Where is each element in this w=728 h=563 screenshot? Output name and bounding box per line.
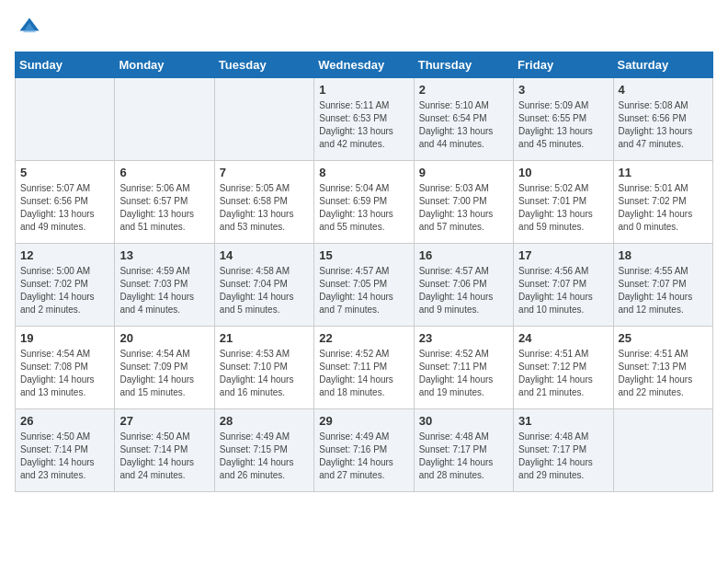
sunset-text: Sunset: 7:09 PM (119, 361, 209, 373)
daylight-text: Daylight: 14 hours and 5 minutes. (220, 291, 309, 316)
sunrise-text: Sunrise: 4:51 AM (619, 348, 708, 361)
day-number: 6 (119, 166, 209, 179)
day-info: Sunrise: 5:00 AMSunset: 7:02 PMDaylight:… (20, 265, 109, 316)
sunset-text: Sunset: 7:05 PM (319, 278, 408, 291)
header-tuesday: Tuesday (214, 52, 313, 78)
day-info: Sunrise: 5:01 AMSunset: 7:02 PMDaylight:… (619, 182, 708, 234)
day-info: Sunrise: 5:04 AMSunset: 6:59 PMDaylight:… (319, 182, 408, 234)
day-number: 19 (20, 331, 109, 345)
sunrise-text: Sunrise: 4:57 AM (419, 265, 508, 278)
daylight-text: Daylight: 14 hours and 10 minutes. (518, 291, 608, 316)
day-number: 1 (319, 83, 408, 97)
logo-icon (17, 15, 42, 40)
daylight-text: Daylight: 13 hours and 42 minutes. (319, 125, 408, 151)
sunrise-text: Sunrise: 4:59 AM (119, 265, 209, 278)
sunset-text: Sunset: 6:56 PM (619, 112, 708, 125)
sunset-text: Sunset: 7:17 PM (419, 443, 508, 456)
day-number: 22 (319, 331, 408, 345)
sunset-text: Sunset: 7:14 PM (20, 443, 109, 456)
sunrise-text: Sunrise: 4:49 AM (220, 431, 309, 443)
day-info: Sunrise: 5:06 AMSunset: 6:57 PMDaylight:… (119, 182, 209, 234)
day-number: 3 (518, 83, 608, 97)
sunset-text: Sunset: 6:58 PM (220, 195, 309, 208)
day-info: Sunrise: 4:58 AMSunset: 7:04 PMDaylight:… (220, 265, 309, 316)
sunrise-text: Sunrise: 5:04 AM (319, 182, 408, 195)
sunset-text: Sunset: 7:03 PM (119, 278, 209, 291)
daylight-text: Daylight: 14 hours and 28 minutes. (419, 456, 508, 482)
calendar-cell: 23Sunrise: 4:52 AMSunset: 7:11 PMDayligh… (414, 327, 513, 409)
day-number: 29 (319, 414, 408, 428)
daylight-text: Daylight: 14 hours and 18 minutes. (319, 373, 408, 399)
day-info: Sunrise: 4:52 AMSunset: 7:11 PMDaylight:… (419, 348, 508, 399)
header-friday: Friday (514, 52, 613, 78)
day-number: 25 (619, 331, 708, 345)
day-info: Sunrise: 4:54 AMSunset: 7:08 PMDaylight:… (20, 348, 109, 399)
calendar-table: SundayMondayTuesdayWednesdayThursdayFrid… (15, 52, 713, 492)
sunrise-text: Sunrise: 5:10 AM (419, 99, 508, 112)
header-wednesday: Wednesday (314, 52, 414, 78)
daylight-text: Daylight: 14 hours and 9 minutes. (419, 291, 508, 316)
day-number: 8 (319, 166, 408, 179)
sunset-text: Sunset: 7:07 PM (619, 278, 708, 291)
day-info: Sunrise: 4:48 AMSunset: 7:17 PMDaylight:… (518, 431, 608, 482)
day-number: 9 (419, 166, 508, 179)
sunset-text: Sunset: 6:56 PM (20, 195, 109, 208)
daylight-text: Daylight: 13 hours and 53 minutes. (220, 208, 309, 234)
sunset-text: Sunset: 7:11 PM (419, 361, 508, 373)
daylight-text: Daylight: 13 hours and 51 minutes. (119, 208, 209, 234)
calendar-cell: 21Sunrise: 4:53 AMSunset: 7:10 PMDayligh… (214, 327, 313, 409)
calendar-week-row: 12Sunrise: 5:00 AMSunset: 7:02 PMDayligh… (16, 244, 713, 327)
sunrise-text: Sunrise: 4:51 AM (518, 348, 608, 361)
daylight-text: Daylight: 14 hours and 22 minutes. (619, 373, 708, 399)
sunset-text: Sunset: 6:53 PM (319, 112, 408, 125)
sunrise-text: Sunrise: 4:53 AM (220, 348, 309, 361)
daylight-text: Daylight: 14 hours and 12 minutes. (619, 291, 708, 316)
day-number: 24 (518, 331, 608, 345)
sunset-text: Sunset: 7:15 PM (220, 443, 309, 456)
calendar-cell: 9Sunrise: 5:03 AMSunset: 7:00 PMDaylight… (414, 161, 513, 244)
day-info: Sunrise: 4:57 AMSunset: 7:05 PMDaylight:… (319, 265, 408, 316)
calendar-cell: 13Sunrise: 4:59 AMSunset: 7:03 PMDayligh… (115, 244, 214, 327)
day-number: 14 (220, 248, 309, 262)
day-number: 23 (419, 331, 508, 345)
calendar-cell (214, 78, 313, 161)
day-number: 16 (419, 248, 508, 262)
sunset-text: Sunset: 7:00 PM (419, 195, 508, 208)
sunset-text: Sunset: 7:08 PM (20, 361, 109, 373)
day-info: Sunrise: 5:03 AMSunset: 7:00 PMDaylight:… (419, 182, 508, 234)
sunrise-text: Sunrise: 4:58 AM (220, 265, 309, 278)
daylight-text: Daylight: 14 hours and 7 minutes. (319, 291, 408, 316)
day-number: 11 (619, 166, 708, 179)
daylight-text: Daylight: 13 hours and 49 minutes. (20, 208, 109, 234)
day-info: Sunrise: 4:50 AMSunset: 7:14 PMDaylight:… (119, 431, 209, 482)
daylight-text: Daylight: 14 hours and 15 minutes. (119, 373, 209, 399)
day-info: Sunrise: 4:59 AMSunset: 7:03 PMDaylight:… (119, 265, 209, 316)
day-number: 27 (119, 414, 209, 428)
daylight-text: Daylight: 13 hours and 59 minutes. (518, 208, 608, 234)
sunset-text: Sunset: 7:01 PM (518, 195, 608, 208)
day-info: Sunrise: 5:11 AMSunset: 6:53 PMDaylight:… (319, 99, 408, 151)
sunrise-text: Sunrise: 4:49 AM (319, 431, 408, 443)
sunset-text: Sunset: 7:14 PM (119, 443, 209, 456)
daylight-text: Daylight: 13 hours and 47 minutes. (619, 125, 708, 151)
sunset-text: Sunset: 7:10 PM (220, 361, 309, 373)
sunrise-text: Sunrise: 4:50 AM (119, 431, 209, 443)
sunset-text: Sunset: 6:55 PM (518, 112, 608, 125)
day-info: Sunrise: 4:54 AMSunset: 7:09 PMDaylight:… (119, 348, 209, 399)
sunrise-text: Sunrise: 4:48 AM (419, 431, 508, 443)
daylight-text: Daylight: 14 hours and 23 minutes. (20, 456, 109, 482)
calendar-cell: 4Sunrise: 5:08 AMSunset: 6:56 PMDaylight… (613, 78, 712, 161)
daylight-text: Daylight: 14 hours and 21 minutes. (518, 373, 608, 399)
daylight-text: Daylight: 14 hours and 0 minutes. (619, 208, 708, 234)
day-info: Sunrise: 4:55 AMSunset: 7:07 PMDaylight:… (619, 265, 708, 316)
sunset-text: Sunset: 7:13 PM (619, 361, 708, 373)
calendar-cell (613, 409, 712, 492)
daylight-text: Daylight: 14 hours and 4 minutes. (119, 291, 209, 316)
day-number: 15 (319, 248, 408, 262)
day-info: Sunrise: 4:53 AMSunset: 7:10 PMDaylight:… (220, 348, 309, 399)
calendar-week-row: 26Sunrise: 4:50 AMSunset: 7:14 PMDayligh… (16, 409, 713, 492)
calendar-cell: 28Sunrise: 4:49 AMSunset: 7:15 PMDayligh… (214, 409, 313, 492)
daylight-text: Daylight: 14 hours and 13 minutes. (20, 373, 109, 399)
calendar-cell: 16Sunrise: 4:57 AMSunset: 7:06 PMDayligh… (414, 244, 513, 327)
day-info: Sunrise: 5:09 AMSunset: 6:55 PMDaylight:… (518, 99, 608, 151)
